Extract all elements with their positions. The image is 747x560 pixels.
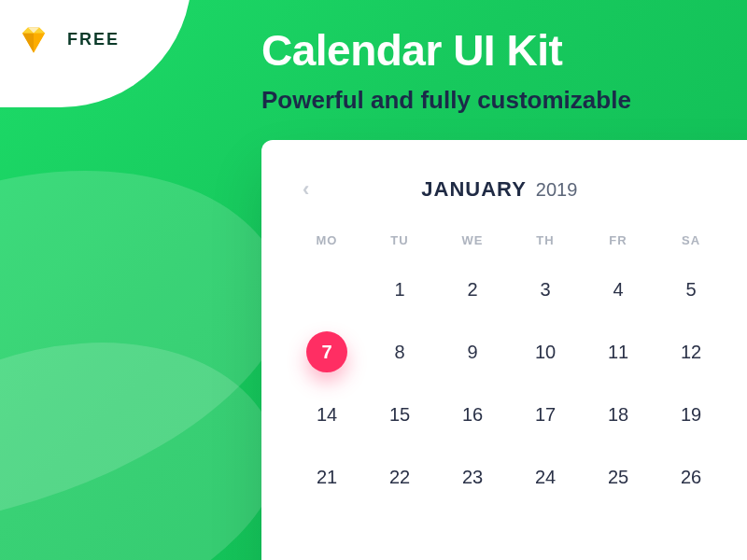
day-of-week-header: MO <box>293 233 360 247</box>
calendar-day[interactable]: 4 <box>585 270 652 310</box>
day-of-week-header: SA <box>657 233 725 247</box>
calendar-grid: MOTUWETHFRSA1234578910111214151617181921… <box>293 233 747 497</box>
calendar-day[interactable]: 14 <box>293 395 360 435</box>
year-label: 2019 <box>536 179 578 201</box>
svg-marker-1 <box>22 33 34 52</box>
day-number: 15 <box>389 404 410 425</box>
day-number: 18 <box>608 404 628 425</box>
calendar-day[interactable]: 7 <box>293 332 360 372</box>
calendar-day <box>293 270 360 310</box>
svg-marker-2 <box>34 33 45 52</box>
day-number: 9 <box>467 342 477 362</box>
day-number: 8 <box>394 342 404 362</box>
day-number: 21 <box>317 467 337 487</box>
promo-stage: FREE Calendar UI Kit Powerful and fully … <box>0 0 747 560</box>
day-number: 22 <box>389 467 410 487</box>
calendar-day[interactable]: 11 <box>585 332 652 372</box>
day-number: 16 <box>462 404 483 425</box>
day-number: 12 <box>681 342 701 362</box>
day-number: 24 <box>535 467 556 487</box>
day-number: 10 <box>535 342 556 362</box>
calendar-header: ‹ JANUARY 2019 <box>293 172 747 207</box>
day-number: 7 <box>321 342 331 362</box>
day-number: 17 <box>535 404 556 425</box>
free-badge: FREE <box>0 0 191 107</box>
day-number: 2 <box>467 279 477 300</box>
day-number: 1 <box>394 279 404 300</box>
month-year-label: JANUARY 2019 <box>421 177 577 202</box>
page-subtitle: Powerful and fully customizable <box>261 86 631 115</box>
day-number: 4 <box>613 279 623 300</box>
day-number: 3 <box>540 279 550 300</box>
calendar-day[interactable]: 22 <box>366 457 433 497</box>
day-of-week-header: TH <box>512 233 579 247</box>
day-number: 25 <box>608 467 628 487</box>
day-number: 19 <box>681 404 701 425</box>
sketch-diamond-icon <box>17 23 50 57</box>
day-of-week-header: WE <box>439 233 506 247</box>
calendar-day[interactable]: 2 <box>439 270 506 310</box>
prev-month-button[interactable]: ‹ <box>293 172 318 207</box>
page-title: Calendar UI Kit <box>261 28 562 73</box>
day-of-week-header: TU <box>366 233 433 247</box>
calendar-day[interactable]: 24 <box>512 457 579 497</box>
calendar-card: ‹ JANUARY 2019 MOTUWETHFRSA1234578910111… <box>261 140 747 560</box>
calendar-day[interactable]: 18 <box>585 395 652 435</box>
month-label: JANUARY <box>421 177 527 202</box>
day-number: 5 <box>685 279 696 300</box>
calendar-day[interactable]: 12 <box>657 332 725 372</box>
calendar-day[interactable]: 16 <box>439 395 506 435</box>
day-number: 23 <box>462 467 483 487</box>
calendar-day[interactable]: 3 <box>512 270 579 310</box>
calendar-day[interactable]: 10 <box>512 332 579 372</box>
calendar-day[interactable]: 15 <box>366 395 433 435</box>
calendar-day[interactable]: 23 <box>439 457 506 497</box>
day-number: 11 <box>608 342 628 362</box>
day-number: 26 <box>681 467 701 487</box>
free-label: FREE <box>67 30 120 49</box>
day-of-week-header: FR <box>585 233 652 247</box>
calendar-day[interactable]: 9 <box>439 332 506 372</box>
headline: Calendar UI Kit <box>261 28 562 73</box>
calendar-day[interactable]: 5 <box>657 270 725 310</box>
calendar-day[interactable]: 25 <box>585 457 652 497</box>
calendar-day[interactable]: 8 <box>366 332 433 372</box>
calendar-day[interactable]: 19 <box>657 395 725 435</box>
day-number: 14 <box>317 404 337 425</box>
calendar-day[interactable]: 26 <box>657 457 725 497</box>
calendar-day[interactable]: 21 <box>293 457 360 497</box>
calendar-day[interactable]: 17 <box>512 395 579 435</box>
calendar-day[interactable]: 1 <box>366 270 433 310</box>
